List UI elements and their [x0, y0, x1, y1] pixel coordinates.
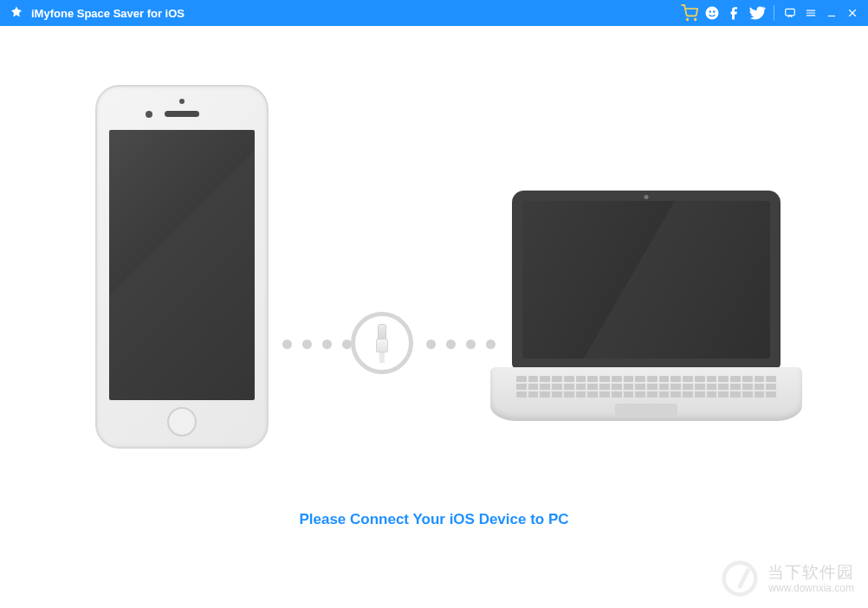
laptop-keyboard [516, 372, 776, 401]
watermark-url: www.downxia.com [768, 582, 854, 595]
watermark: 当下软件园 www.downxia.com [721, 559, 854, 598]
twitter-icon[interactable] [746, 2, 768, 24]
svg-point-1 [695, 19, 696, 21]
connection-dots-left [282, 340, 352, 349]
app-logo-icon [9, 5, 24, 21]
iphone-illustration [95, 85, 269, 449]
close-button[interactable] [842, 2, 863, 24]
app-title: iMyfone Space Saver for iOS [31, 7, 185, 20]
laptop-illustration [490, 191, 802, 421]
watermark-logo-icon [721, 559, 759, 598]
titlebar-separator [774, 5, 774, 21]
main-content: Please Connect Your iOS Device to PC 当下软… [0, 26, 868, 608]
connect-prompt: Please Connect Your iOS Device to PC [0, 511, 868, 528]
watermark-title: 当下软件园 [768, 562, 854, 583]
facebook-icon[interactable] [723, 2, 746, 24]
feedback-icon[interactable] [780, 2, 800, 24]
menu-icon[interactable] [800, 2, 821, 24]
cart-icon[interactable] [678, 2, 701, 24]
lightning-connector-icon [351, 312, 413, 374]
minimize-button[interactable] [821, 2, 842, 24]
profile-icon[interactable] [701, 2, 723, 24]
svg-rect-5 [786, 9, 795, 16]
connection-dots-right [426, 340, 496, 349]
svg-point-4 [713, 10, 715, 12]
titlebar: iMyfone Space Saver for iOS [0, 0, 868, 26]
svg-point-3 [709, 10, 711, 12]
svg-point-0 [687, 19, 689, 21]
svg-point-2 [706, 7, 719, 20]
